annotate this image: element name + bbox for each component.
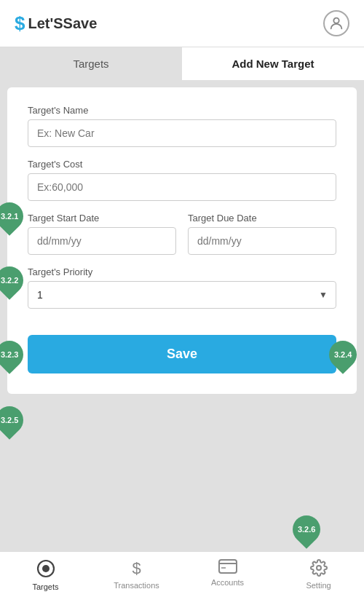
- step-badge-5: 3.2.5: [0, 400, 29, 440]
- target-name-label: Target's Name: [28, 105, 336, 116]
- target-name-group: Target's Name: [28, 105, 336, 147]
- nav-item-transactions[interactable]: $ Transactions: [91, 552, 182, 597]
- start-date-input[interactable]: [28, 227, 176, 255]
- user-avatar-icon[interactable]: [323, 10, 349, 36]
- due-date-group: Target Due Date: [188, 213, 336, 255]
- priority-group: Target's Priority 1 2 3 4 5 ▼: [28, 266, 336, 309]
- date-row: Target Start Date Target Due Date: [28, 213, 336, 255]
- save-button[interactable]: Save: [28, 335, 336, 373]
- start-date-label: Target Start Date: [28, 213, 176, 224]
- nav-item-targets[interactable]: Targets: [0, 552, 91, 597]
- target-cost-label: Target's Cost: [28, 159, 336, 170]
- target-cost-group: Target's Cost: [28, 159, 336, 201]
- nav-label-setting: Setting: [306, 581, 331, 590]
- app-name: Let'SSave: [28, 15, 97, 32]
- nav-item-setting[interactable]: Setting: [273, 552, 364, 597]
- priority-label: Target's Priority: [28, 266, 336, 277]
- nav-label-transactions: Transactions: [114, 581, 159, 590]
- card-icon: [218, 559, 237, 575]
- header: $ Let'SSave: [0, 0, 364, 47]
- due-date-input[interactable]: [188, 227, 336, 255]
- svg-point-2: [42, 565, 50, 572]
- target-cost-input[interactable]: [28, 173, 336, 201]
- step-badge-6: 3.2.6: [287, 510, 326, 549]
- form-card: Target's Name Target's Cost Target Start…: [7, 87, 357, 394]
- target-name-input[interactable]: [28, 119, 336, 147]
- logo-dollar-icon: $: [15, 12, 25, 35]
- svg-rect-3: [219, 560, 237, 573]
- svg-point-0: [333, 18, 339, 23]
- target-icon: [36, 559, 55, 580]
- priority-select-wrapper: 1 2 3 4 5 ▼: [28, 281, 336, 309]
- tab-bar: Targets Add New Target: [0, 47, 364, 80]
- svg-point-6: [317, 566, 321, 570]
- main-content: 3.2.1 3.2.2 3.2.3 3.2.4 3.2.5 3.2.6 Targ…: [0, 80, 364, 551]
- nav-item-accounts[interactable]: Accounts: [182, 552, 273, 597]
- due-date-label: Target Due Date: [188, 213, 336, 224]
- priority-select[interactable]: 1 2 3 4 5: [28, 281, 336, 309]
- logo: $ Let'SSave: [15, 12, 97, 35]
- start-date-group: Target Start Date: [28, 213, 176, 255]
- bottom-nav: Targets $ Transactions Accounts Setting: [0, 551, 364, 597]
- tab-add-new-target[interactable]: Add New Target: [182, 47, 364, 80]
- dollar-icon: $: [132, 559, 141, 578]
- nav-label-targets: Targets: [32, 582, 58, 591]
- gear-icon: [310, 559, 328, 578]
- nav-label-accounts: Accounts: [211, 578, 244, 587]
- tab-targets[interactable]: Targets: [0, 47, 182, 80]
